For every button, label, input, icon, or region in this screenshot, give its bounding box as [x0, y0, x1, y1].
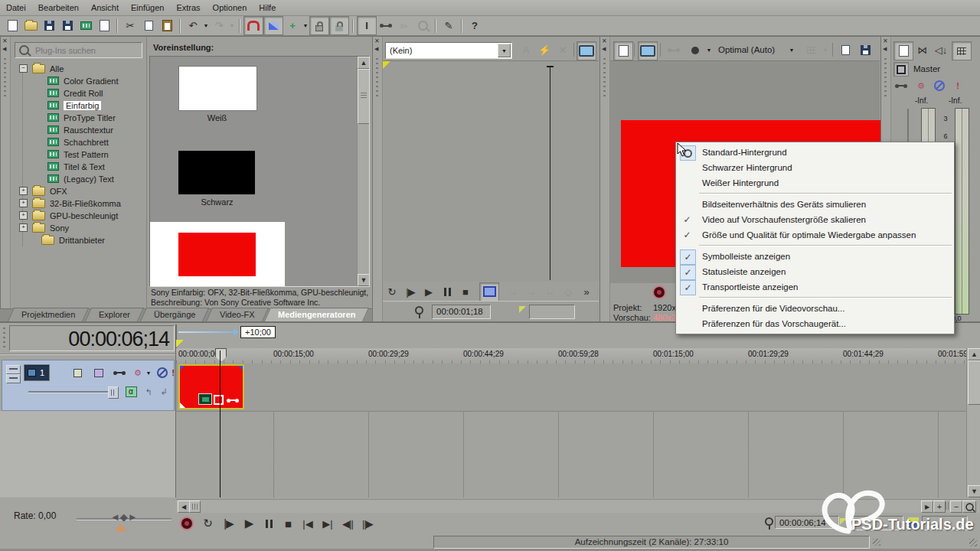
previous-frame-button[interactable]: [338, 515, 358, 533]
tab-explorer[interactable]: Explorer: [85, 308, 144, 321]
auto-ripple-button[interactable]: [283, 17, 302, 34]
collapse-icon[interactable]: ◀: [602, 46, 606, 52]
chevron-down-icon[interactable]: [498, 44, 511, 57]
loop-region-marker[interactable]: [383, 61, 390, 69]
window-grip[interactable]: ✕◀: [600, 37, 610, 322]
tree-item-ofx[interactable]: +OFX: [11, 185, 147, 197]
mixer-properties-button[interactable]: [893, 41, 913, 60]
last-keyframe-button[interactable]: [541, 283, 559, 301]
zoom-edit-tool-button[interactable]: [413, 17, 432, 34]
menu-ansicht[interactable]: Ansicht: [85, 3, 125, 12]
selection-end-field[interactable]: [922, 516, 968, 530]
tree-item-plugin[interactable]: (Legacy) Text: [11, 173, 147, 184]
envelope-edit-tool-button[interactable]: [377, 17, 395, 34]
menu-item-praeferenzen-vorschaugeraet[interactable]: Präferenzen für das Vorschaugerät...: [676, 316, 954, 331]
preview-quality-label[interactable]: Optimal (Auto): [718, 45, 775, 54]
scroll-down-icon[interactable]: [968, 485, 980, 497]
menu-item-weisser-hintergrund[interactable]: Weißer Hintergrund: [676, 175, 954, 191]
overlay-grid-button[interactable]: [802, 41, 821, 59]
collapse-icon[interactable]: ◀: [374, 46, 378, 52]
scroll-up-icon[interactable]: [968, 348, 980, 360]
menu-item-standard-hintergrund[interactable]: Standard-Hintergrund: [676, 145, 954, 160]
track-1-lane[interactable]: [176, 364, 966, 412]
preset-scrollbar[interactable]: [357, 57, 369, 286]
menu-datei[interactable]: Datei: [0, 3, 32, 12]
tree-item-sony[interactable]: +Sony: [11, 222, 147, 233]
timeline-vscrollbar[interactable]: [966, 348, 980, 497]
collapse-icon[interactable]: ◀: [883, 46, 887, 52]
preset-swatch-weiss[interactable]: [178, 66, 257, 111]
plugin-search-input[interactable]: [34, 45, 129, 56]
panel-divider[interactable]: [146, 37, 147, 308]
record-button[interactable]: [176, 514, 198, 533]
selection-length-field[interactable]: [529, 305, 575, 319]
insert-fx-button[interactable]: [893, 79, 909, 93]
preview-properties-button[interactable]: [613, 41, 633, 60]
tree-item-plugin[interactable]: Color Gradient: [11, 75, 147, 86]
dim-output-button[interactable]: ◁↓: [932, 41, 950, 59]
track-fx-button[interactable]: [111, 366, 128, 380]
menu-einfuegen[interactable]: Einfügen: [125, 3, 170, 12]
big-timecode-display[interactable]: 00:00:06;14: [9, 325, 175, 351]
save-snapshot-button[interactable]: [856, 41, 874, 59]
collapse-expander-icon[interactable]: −: [19, 64, 28, 73]
track-number-badge[interactable]: 1: [24, 364, 50, 381]
stop-button[interactable]: [456, 283, 475, 301]
stop-button[interactable]: [279, 515, 298, 533]
ignore-event-grouping-button[interactable]: [329, 16, 349, 35]
transport-overflow-button[interactable]: [577, 283, 596, 301]
preview-quality-button[interactable]: [686, 41, 704, 59]
scroll-up-icon[interactable]: [358, 57, 370, 69]
automation-settings-button[interactable]: [131, 366, 145, 380]
record-button[interactable]: [651, 285, 668, 300]
timeline-hscrollbar[interactable]: ◀ ▶: [176, 499, 980, 513]
copy-button[interactable]: [139, 17, 158, 34]
next-frame-button[interactable]: [358, 515, 377, 533]
play-from-start-button[interactable]: [401, 283, 420, 301]
paste-button[interactable]: [158, 17, 176, 34]
tree-item-plugin[interactable]: Credit Roll: [11, 87, 147, 99]
video-preview-toggle-button[interactable]: [577, 41, 596, 60]
lock-envelopes-button[interactable]: [309, 16, 329, 35]
preset-combo[interactable]: (Kein): [385, 42, 512, 59]
menu-optionen[interactable]: Optionen: [207, 3, 253, 12]
open-button[interactable]: [21, 17, 40, 34]
loop-playback-button[interactable]: [198, 515, 218, 533]
copy-snapshot-button[interactable]: [836, 41, 854, 59]
quality-dropdown-arrow[interactable]: [787, 41, 796, 59]
fade-handle-right[interactable]: [238, 366, 243, 370]
tree-item-32bit[interactable]: +32-Bit-Fließkomma: [11, 197, 147, 209]
undo-dropdown[interactable]: [202, 17, 210, 34]
event-paint-tool-button[interactable]: [439, 17, 458, 34]
close-icon[interactable]: ✕: [883, 37, 888, 44]
scroll-right-icon[interactable]: ▶: [921, 500, 933, 513]
project-properties-button[interactable]: [77, 17, 95, 34]
tree-item-plugin[interactable]: ProType Titler: [11, 112, 147, 123]
tree-item-plugin[interactable]: Titel & Text: [11, 161, 147, 172]
fade-handle-left[interactable]: [180, 366, 185, 370]
timeline-ruler[interactable]: 00:00:00;00 00:00:15;00 00:00:29;29 00:0…: [176, 348, 966, 364]
enable-snapping-button[interactable]: [243, 16, 263, 35]
scroll-down-icon[interactable]: [358, 274, 370, 286]
menu-item-bildseitenverhaeltnis[interactable]: Bildseitenverhältnis des Geräts simulier…: [676, 197, 954, 212]
tab-mediengeneratoren[interactable]: Mediengeneratoren: [264, 308, 369, 321]
selection-start-field[interactable]: [848, 516, 903, 530]
track-level-slider-track[interactable]: [28, 391, 117, 393]
play-from-start-button[interactable]: [218, 515, 239, 533]
track-motion-button[interactable]: [91, 366, 106, 380]
pause-button[interactable]: [438, 283, 456, 301]
maximize-track-button[interactable]: [6, 374, 21, 383]
downmix-output-button[interactable]: ⋈: [913, 41, 932, 59]
split-screen-button[interactable]: [665, 41, 683, 59]
new-project-button[interactable]: [3, 17, 21, 34]
save-button[interactable]: [40, 17, 58, 34]
loop-playback-button[interactable]: [383, 283, 401, 301]
zoom-out-button[interactable]: [950, 500, 962, 513]
tree-item-drittanbieter[interactable]: Drittanbieter: [11, 234, 147, 246]
menu-hilfe[interactable]: Hilfe: [253, 3, 282, 12]
normal-edit-tool-button[interactable]: I: [357, 16, 377, 35]
mute-button[interactable]: [932, 79, 947, 93]
overlay-dropdown[interactable]: [821, 41, 830, 59]
tree-item-einfarbig-selected[interactable]: Einfarbig: [11, 99, 147, 111]
previous-keyframe-button[interactable]: [504, 283, 522, 301]
